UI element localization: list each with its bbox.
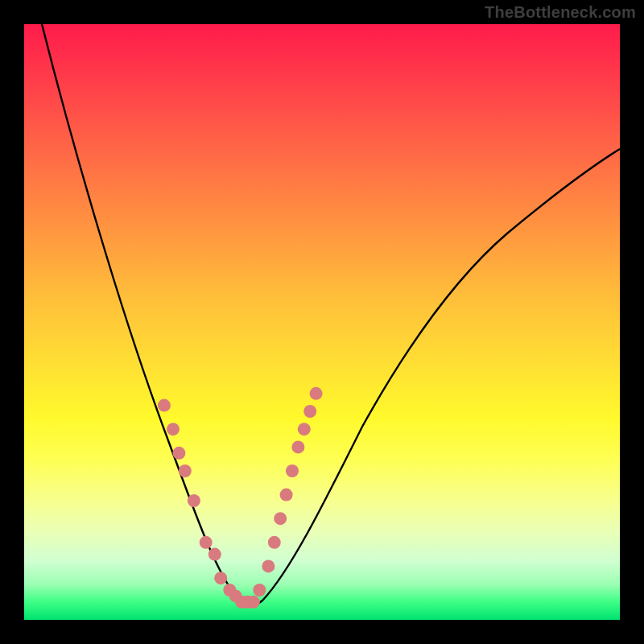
chart-marker-dot	[188, 494, 200, 507]
chart-curve	[42, 24, 620, 605]
chart-marker-dot	[179, 464, 192, 477]
chart-marker-dot	[268, 536, 281, 549]
chart-marker-dot	[158, 399, 171, 412]
chart-marker-dot	[167, 423, 180, 436]
chart-markers	[158, 387, 323, 609]
chart-svg	[24, 24, 620, 620]
chart-marker-dot	[247, 596, 260, 609]
chart-marker-dot	[253, 584, 266, 597]
chart-marker-dot	[262, 559, 275, 572]
chart-marker-dot	[286, 464, 299, 477]
chart-marker-dot	[310, 387, 323, 400]
chart-marker-dot	[298, 423, 311, 436]
chart-marker-dot	[280, 489, 293, 502]
chart-marker-dot	[172, 447, 185, 460]
chart-marker-dot	[214, 572, 227, 584]
chart-frame: TheBottleneck.com	[0, 0, 644, 644]
watermark-text: TheBottleneck.com	[485, 3, 636, 22]
chart-marker-dot	[274, 512, 287, 525]
chart-plot-area	[24, 24, 620, 620]
chart-marker-dot	[303, 405, 316, 418]
chart-marker-dot	[200, 536, 213, 549]
chart-marker-dot	[208, 548, 221, 561]
chart-marker-dot	[291, 440, 304, 453]
